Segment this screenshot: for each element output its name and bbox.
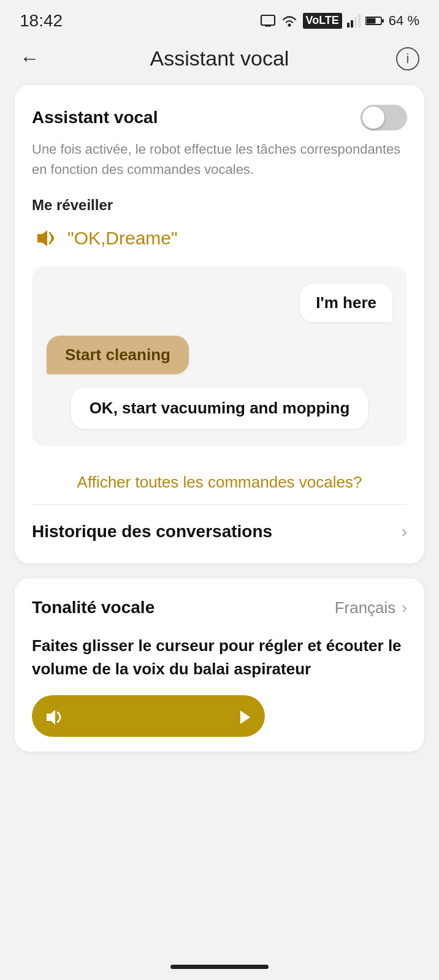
- svg-rect-5: [354, 17, 357, 28]
- page-title: Assistant vocal: [50, 47, 389, 70]
- svg-rect-4: [351, 20, 353, 28]
- tone-label: Tonalité vocale: [32, 598, 155, 617]
- battery-icon: [365, 15, 384, 26]
- slider-description: Faites glisser le curseur pour régler et…: [32, 635, 407, 680]
- chat-bubble-start-cleaning: Start cleaning: [47, 336, 189, 374]
- svg-rect-8: [366, 18, 375, 24]
- tonalite-card: Tonalité vocale Français › Faites glisse…: [15, 578, 424, 752]
- status-icons: VoLTE 64 %: [260, 13, 419, 29]
- tone-row[interactable]: Tonalité vocale Français ›: [32, 598, 407, 617]
- history-label: Historique des conversations: [32, 522, 272, 541]
- home-indicator: [170, 965, 269, 969]
- svg-point-2: [288, 24, 291, 27]
- svg-marker-11: [47, 710, 55, 725]
- battery-percentage: 64 %: [389, 13, 419, 29]
- header: ← Assistant vocal i: [0, 37, 439, 85]
- screen-icon: [260, 13, 276, 29]
- assistant-toggle[interactable]: [361, 105, 407, 130]
- status-time: 18:42: [20, 11, 63, 31]
- status-bar: 18:42 VoLTE 64 %: [0, 0, 439, 37]
- volume-icon: [44, 706, 64, 726]
- wake-word-row: "OK,Dreame": [32, 225, 407, 252]
- play-icon: [237, 707, 253, 726]
- chat-bubble-right: I'm here: [300, 284, 392, 322]
- svg-marker-10: [37, 230, 47, 246]
- assistant-vocal-card: Assistant vocal Une fois activée, le rob…: [15, 85, 424, 564]
- assistant-toggle-row: Assistant vocal: [32, 105, 407, 130]
- svg-rect-6: [358, 14, 361, 28]
- speaker-icon: [32, 225, 59, 252]
- tone-value-row: Français ›: [335, 598, 407, 617]
- svg-rect-9: [382, 19, 384, 23]
- volume-slider[interactable]: [32, 695, 265, 737]
- volte-icon: VoLTE: [303, 13, 342, 29]
- chevron-right-icon: ›: [402, 522, 407, 541]
- svg-rect-0: [261, 15, 275, 25]
- info-button[interactable]: i: [389, 47, 419, 70]
- wake-word-phrase: "OK,Dreame": [67, 228, 178, 249]
- tone-chevron-icon: ›: [402, 598, 407, 617]
- chat-bubble-center: OK, start vacuuming and mopping: [71, 388, 368, 429]
- svg-rect-3: [347, 23, 349, 28]
- svg-rect-1: [265, 25, 271, 27]
- divider: [32, 504, 407, 505]
- assistant-description: Une fois activée, le robot effectue les …: [32, 139, 407, 179]
- signal-icon: [347, 14, 361, 28]
- svg-marker-12: [240, 710, 250, 724]
- wake-section-label: Me réveiller: [32, 197, 407, 214]
- show-all-commands-link[interactable]: Afficher toutes les commandes vocales?: [32, 463, 407, 492]
- assistant-toggle-label: Assistant vocal: [32, 108, 158, 127]
- chat-area: I'm here Start cleaning OK, start vacuum…: [32, 266, 407, 446]
- back-button[interactable]: ←: [20, 47, 50, 70]
- wifi-icon: [281, 14, 298, 28]
- tone-value-text: Français: [335, 598, 396, 617]
- toggle-knob: [362, 107, 384, 129]
- history-row[interactable]: Historique des conversations ›: [32, 517, 407, 544]
